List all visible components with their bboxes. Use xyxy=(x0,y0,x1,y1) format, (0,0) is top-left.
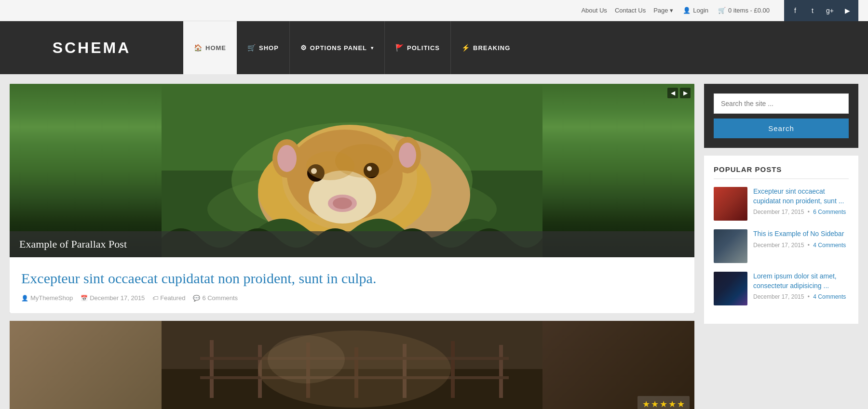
second-post-svg xyxy=(10,321,694,409)
popular-post-title-1[interactable]: Excepteur sint occaecat cupidatat non pr… xyxy=(753,187,849,206)
page-dropdown-link[interactable]: Page ▾ xyxy=(653,7,673,14)
nav-home[interactable]: 🏠 HOME xyxy=(183,21,237,74)
svg-point-33 xyxy=(268,335,345,383)
site-logo: SCHEMA xyxy=(53,39,131,57)
cart-icon: 🛒 xyxy=(718,7,726,14)
popular-post-meta-2: December 17, 2015 • 4 Comments xyxy=(753,242,849,249)
post-date: 📅 December 17, 2015 xyxy=(81,294,145,302)
popular-post-info-1: Excepteur sint occaecat cupidatat non pr… xyxy=(753,187,849,215)
home-icon: 🏠 xyxy=(194,44,203,52)
popular-post-info-2: This is Example of No Sidebar December 1… xyxy=(753,229,849,249)
image-next-btn[interactable]: ▶ xyxy=(680,88,691,98)
login-link[interactable]: 👤 Login xyxy=(683,7,708,14)
thumbnail-image-3 xyxy=(714,272,747,305)
sidebar: Search POPULAR POSTS Excepteur sint occa… xyxy=(704,84,858,409)
star-5: ★ xyxy=(677,399,685,409)
svg-rect-23 xyxy=(210,340,214,398)
second-post-image: ★ ★ ★ ★ ★ xyxy=(10,321,694,409)
thumbnail-image-1 xyxy=(714,187,747,221)
star-4: ★ xyxy=(668,399,676,409)
svg-rect-28 xyxy=(451,341,455,398)
post-comments: 💬 6 Comments xyxy=(193,294,238,302)
twitter-icon[interactable]: t xyxy=(804,0,821,21)
post-author: 👤 MyThemeShop xyxy=(21,294,73,302)
popular-post-thumbnail-1 xyxy=(714,187,747,221)
logo-area: SCHEMA xyxy=(0,21,183,74)
main-content: ◀ ▶ Example of Parallax Post Excepteur s… xyxy=(0,74,868,409)
nav-politics[interactable]: 🚩 POLITICS xyxy=(385,21,451,74)
svg-rect-29 xyxy=(499,345,503,398)
content-column: ◀ ▶ Example of Parallax Post Excepteur s… xyxy=(10,84,694,409)
cart-link[interactable]: 🛒 0 items - £0.00 xyxy=(718,7,770,14)
facebook-icon[interactable]: f xyxy=(787,0,804,21)
search-button[interactable]: Search xyxy=(714,119,849,138)
nav-breaking[interactable]: ⚡ BREAKING xyxy=(451,21,521,74)
post-content-area: Excepteur sint occaecat cupidatat non pr… xyxy=(10,257,694,313)
search-widget: Search xyxy=(704,84,858,148)
svg-point-10 xyxy=(333,198,352,209)
popular-post-meta-1: December 17, 2015 • 6 Comments xyxy=(753,209,849,215)
svg-point-16 xyxy=(277,145,297,172)
top-bar: About Us Contact Us Page ▾ 👤 Login 🛒 0 i… xyxy=(0,0,868,21)
featured-post: ◀ ▶ Example of Parallax Post Excepteur s… xyxy=(10,84,694,313)
popular-post-meta-3: December 17, 2015 • 4 Comments xyxy=(753,293,849,300)
popular-post-item: Lorem ipsum dolor sit amet, consectetur … xyxy=(714,272,849,305)
comment-icon: 💬 xyxy=(193,295,200,302)
popular-post-title-2[interactable]: This is Example of No Sidebar xyxy=(753,229,849,239)
star-1: ★ xyxy=(642,399,650,409)
svg-point-20 xyxy=(335,144,393,178)
main-header: SCHEMA 🏠 HOME 🛒 SHOP ⚙ OPTIONS PANEL ▾ 🚩… xyxy=(0,21,868,74)
top-bar-navigation: About Us Contact Us Page ▾ xyxy=(581,7,673,14)
popular-posts-widget: POPULAR POSTS Excepteur sint occaecat cu… xyxy=(704,156,858,324)
featured-caption: Example of Parallax Post xyxy=(10,231,694,257)
main-navigation: 🏠 HOME 🛒 SHOP ⚙ OPTIONS PANEL ▾ 🚩 POLITI… xyxy=(183,21,868,74)
author-icon: 👤 xyxy=(21,295,28,302)
social-links: f t g+ ▶ xyxy=(784,0,858,21)
post-category: 🏷 Featured xyxy=(152,294,185,302)
user-icon: 👤 xyxy=(683,7,691,14)
featured-image: ◀ ▶ Example of Parallax Post xyxy=(10,84,694,257)
options-icon: ⚙ xyxy=(300,44,307,52)
popular-post-item: Excepteur sint occaecat cupidatat non pr… xyxy=(714,187,849,221)
star-2: ★ xyxy=(651,399,659,409)
tag-icon: 🏷 xyxy=(152,295,158,302)
contact-us-link[interactable]: Contact Us xyxy=(615,7,646,14)
youtube-icon[interactable]: ▶ xyxy=(839,0,856,21)
about-us-link[interactable]: About Us xyxy=(581,7,607,14)
popular-posts-title: POPULAR POSTS xyxy=(714,165,849,179)
image-prev-btn[interactable]: ◀ xyxy=(667,88,678,98)
popular-post-title-3[interactable]: Lorem ipsum dolor sit amet, consectetur … xyxy=(753,272,849,290)
image-controls: ◀ ▶ xyxy=(667,88,691,98)
popular-post-thumbnail-2 xyxy=(714,229,747,263)
thumbnail-image-2 xyxy=(714,229,747,263)
post-meta: 👤 MyThemeShop 📅 December 17, 2015 🏷 Feat… xyxy=(21,294,683,302)
nav-options-panel[interactable]: ⚙ OPTIONS PANEL ▾ xyxy=(290,21,385,74)
dropdown-arrow: ▾ xyxy=(371,45,374,51)
shop-icon: 🛒 xyxy=(247,44,256,52)
breaking-icon: ⚡ xyxy=(461,44,470,52)
politics-icon: 🚩 xyxy=(395,44,404,52)
post-title[interactable]: Excepteur sint occaecat cupidatat non pr… xyxy=(21,269,683,288)
star-3: ★ xyxy=(660,399,667,409)
popular-post-thumbnail-3 xyxy=(714,272,747,305)
second-post: ★ ★ ★ ★ ★ xyxy=(10,321,694,409)
calendar-icon: 📅 xyxy=(81,295,88,302)
nav-shop[interactable]: 🛒 SHOP xyxy=(237,21,290,74)
google-plus-icon[interactable]: g+ xyxy=(821,0,839,21)
svg-point-18 xyxy=(399,143,416,168)
popular-post-info-3: Lorem ipsum dolor sit amet, consectetur … xyxy=(753,272,849,300)
popular-post-item: This is Example of No Sidebar December 1… xyxy=(714,229,849,263)
star-rating: ★ ★ ★ ★ ★ xyxy=(637,396,690,409)
search-input[interactable] xyxy=(714,93,849,114)
